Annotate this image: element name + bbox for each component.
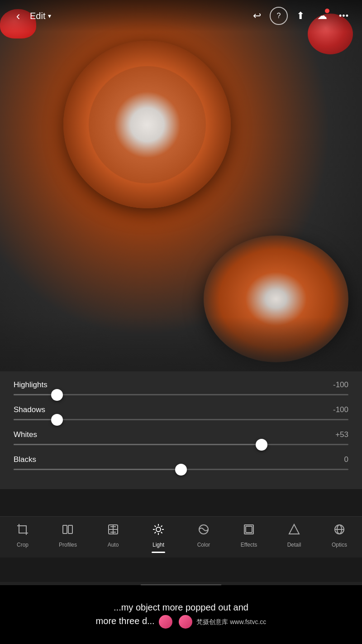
shadows-label: Shadows: [14, 405, 45, 414]
highlights-slider-row: Highlights -100: [14, 380, 348, 395]
whites-label: Whites: [14, 430, 37, 439]
watermark-logo-inline: [159, 615, 172, 629]
caption-bar: ...my object more popped out and more th…: [0, 585, 362, 644]
light-icon: [152, 523, 165, 539]
undo-button[interactable]: ↩: [248, 7, 266, 25]
highlights-thumb[interactable]: [51, 389, 63, 401]
caption-line2: more three d... 梵摄创意库 www.fstvc.cc: [9, 614, 353, 629]
shadows-track[interactable]: [14, 419, 348, 420]
light-active-indicator: [152, 552, 165, 553]
svg-line-12: [155, 532, 156, 533]
svg-line-9: [155, 526, 156, 527]
svg-rect-0: [63, 525, 67, 533]
optics-label: Optics: [332, 542, 347, 548]
profiles-icon: [62, 523, 74, 539]
whites-track[interactable]: [14, 444, 348, 445]
effects-label: Effects: [241, 542, 257, 548]
top-bar-right: ↩ ? ⬆ ☁ •••: [248, 7, 353, 25]
optics-icon: [333, 523, 346, 539]
svg-point-4: [156, 527, 161, 532]
toolbar-item-effects[interactable]: Effects: [233, 523, 265, 548]
blacks-track[interactable]: [14, 469, 348, 470]
edit-chevron-icon: ▾: [48, 12, 51, 19]
auto-label: Auto: [108, 542, 119, 548]
svg-line-11: [161, 526, 162, 527]
photo-background: [0, 0, 362, 371]
toolbar-item-crop[interactable]: Crop: [7, 523, 38, 548]
back-button[interactable]: ‹: [9, 7, 27, 25]
caption-line1: ...my object more popped out and: [9, 601, 353, 614]
shadows-fill: [14, 419, 57, 420]
toolbar: Crop Profiles A: [0, 516, 362, 557]
whites-value: +53: [335, 430, 348, 439]
shadows-thumb[interactable]: [51, 414, 63, 426]
highlights-fill: [14, 394, 57, 395]
blacks-fill: [14, 469, 181, 470]
light-label: Light: [152, 542, 164, 548]
help-icon: ?: [277, 12, 281, 20]
share-button[interactable]: ⬆: [291, 7, 310, 25]
photo-area: ‹ Edit ▾ ↩ ? ⬆ ☁ •••: [0, 0, 362, 371]
more-button[interactable]: •••: [335, 7, 353, 25]
toolbar-item-detail[interactable]: Detail: [278, 523, 310, 548]
whites-fill: [14, 444, 262, 445]
crop-icon: [16, 523, 29, 539]
toolbar-item-auto[interactable]: Auto: [97, 523, 129, 548]
color-icon: [197, 523, 210, 539]
bowl-top: [63, 41, 231, 208]
blacks-value: 0: [344, 455, 348, 464]
sliders-panel: Highlights -100 Shadows -100 Whites +53: [0, 371, 362, 489]
top-bar-left: ‹ Edit ▾: [9, 7, 51, 25]
blacks-thumb[interactable]: [175, 464, 187, 476]
shadows-value: -100: [333, 405, 348, 414]
help-button[interactable]: ?: [270, 7, 288, 25]
share-icon: ⬆: [296, 10, 305, 22]
watermark-text: 梵摄创意库 www.fstvc.cc: [196, 618, 266, 625]
edit-title: Edit: [30, 11, 45, 21]
shadows-slider-header: Shadows -100: [14, 405, 348, 414]
profiles-label: Profiles: [59, 542, 77, 548]
detail-icon: [288, 523, 300, 539]
crop-label: Crop: [17, 542, 29, 548]
toolbar-item-optics[interactable]: Optics: [324, 523, 355, 548]
whites-slider-row: Whites +53: [14, 430, 348, 445]
toolbar-item-color[interactable]: Color: [188, 523, 219, 548]
highlights-slider-header: Highlights -100: [14, 380, 348, 389]
color-label: Color: [197, 542, 210, 548]
toolbar-item-light[interactable]: Light: [143, 523, 174, 553]
cloud-alert-badge: [325, 9, 329, 13]
svg-marker-16: [289, 524, 299, 534]
blacks-slider-header: Blacks 0: [14, 455, 348, 464]
shadows-slider-row: Shadows -100: [14, 405, 348, 420]
watermark-logo-inline2: [179, 615, 192, 629]
effects-icon: [243, 523, 255, 539]
cloud-button[interactable]: ☁: [313, 7, 331, 25]
back-icon: ‹: [16, 9, 20, 23]
highlights-track[interactable]: [14, 394, 348, 395]
auto-icon: [107, 523, 119, 539]
svg-rect-1: [68, 525, 72, 533]
undo-icon: ↩: [253, 10, 261, 22]
more-icon: •••: [339, 11, 349, 21]
highlights-value: -100: [333, 380, 348, 389]
whites-slider-header: Whites +53: [14, 430, 348, 439]
svg-rect-15: [246, 526, 252, 533]
whites-thumb[interactable]: [256, 439, 267, 451]
blacks-slider-row: Blacks 0: [14, 455, 348, 470]
photo-overlay: [0, 317, 362, 371]
toolbar-item-profiles[interactable]: Profiles: [52, 523, 84, 548]
blacks-label: Blacks: [14, 455, 36, 464]
svg-line-10: [161, 532, 162, 533]
top-bar: ‹ Edit ▾ ↩ ? ⬆ ☁ •••: [0, 0, 362, 32]
toolbar-items: Crop Profiles A: [0, 523, 362, 553]
highlights-label: Highlights: [14, 380, 48, 389]
detail-label: Detail: [287, 542, 301, 548]
